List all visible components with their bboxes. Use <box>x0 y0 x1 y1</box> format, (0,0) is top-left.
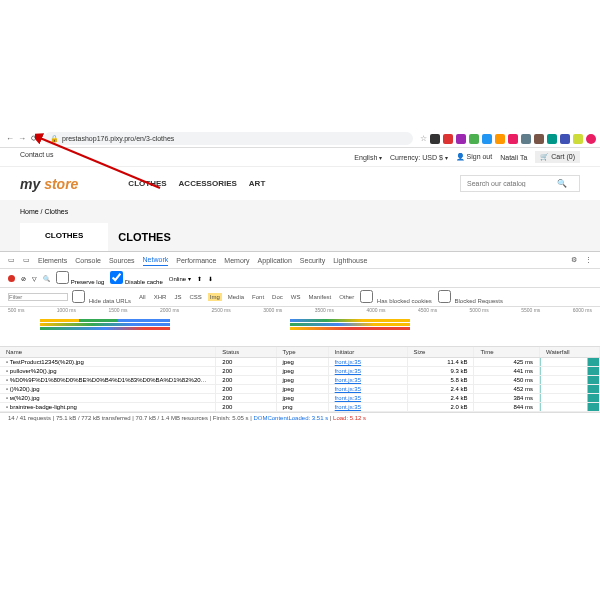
gear-icon[interactable]: ⚙ <box>571 254 577 266</box>
filter-icon[interactable]: ▽ <box>32 275 37 282</box>
back-button[interactable]: ← <box>4 133 16 145</box>
dt-tab-elements[interactable]: Elements <box>38 255 67 266</box>
dt-tab-sources[interactable]: Sources <box>109 255 135 266</box>
dt-tab-memory[interactable]: Memory <box>224 255 249 266</box>
user-link[interactable]: Natali Ta <box>500 154 527 161</box>
page-heading: CLOTHES <box>118 223 171 251</box>
search-box[interactable]: 🔍 <box>460 175 580 192</box>
url-text: prestashop176.pixy.pro/en/3-clothes <box>62 135 174 142</box>
main-nav: CLOTHES ACCESSORIES ART <box>128 179 265 188</box>
devtools-panel: ▭ ▭ Elements Console Sources Network Per… <box>0 251 600 423</box>
search-net-icon[interactable]: 🔍 <box>43 275 50 282</box>
disable-cache-checkbox[interactable]: Disable cache <box>110 271 162 285</box>
cart-button[interactable]: 🛒 Cart (0) <box>535 151 580 163</box>
table-row[interactable]: ▫ braintree-badge-light.png200pngfront.j… <box>0 403 600 412</box>
signout-link[interactable]: 👤 Sign out <box>456 153 493 161</box>
network-table: NameStatusTypeInitiatorSizeTimeWaterfall… <box>0 347 600 412</box>
table-row[interactable]: ▫ м(%20).jpg200jpegfront.js:352.4 kB384 … <box>0 394 600 403</box>
nav-clothes[interactable]: CLOTHES <box>128 179 166 188</box>
network-summary: 14 / 41 requests | 75.1 kB / 772 kB tran… <box>0 412 600 423</box>
forward-button[interactable]: → <box>16 133 28 145</box>
preserve-log-checkbox[interactable]: Preserve log <box>56 271 104 285</box>
device-icon[interactable]: ▭ <box>23 254 30 266</box>
dt-tab-performance[interactable]: Performance <box>176 255 216 266</box>
contact-link[interactable]: Contact us <box>20 151 53 163</box>
dt-tab-network[interactable]: Network <box>143 254 169 266</box>
lock-icon: 🔒 <box>50 135 59 143</box>
search-input[interactable] <box>467 180 557 187</box>
nav-art[interactable]: ART <box>249 179 265 188</box>
filter-input[interactable] <box>8 293 68 301</box>
table-row[interactable]: ▫ pullover%20().jpg200jpegfront.js:359.3… <box>0 367 600 376</box>
dt-tab-application[interactable]: Application <box>258 255 292 266</box>
table-row[interactable]: ▫ TestProduct12345(%20).jpg200jpegfront.… <box>0 358 600 367</box>
network-timeline[interactable]: 500 ms1000 ms1500 ms2000 ms2500 ms3000 m… <box>0 307 600 347</box>
clear-icon[interactable]: ⊘ <box>21 275 26 282</box>
dt-tab-lighthouse[interactable]: Lighthouse <box>333 255 367 266</box>
upload-icon[interactable]: ⬆ <box>197 275 202 282</box>
currency-select[interactable]: USD $ <box>422 154 447 161</box>
tab-clothes[interactable]: CLOTHES <box>20 223 108 251</box>
download-icon[interactable]: ⬇ <box>208 275 213 282</box>
breadcrumb: Home / Clothes <box>0 200 600 223</box>
dt-tab-security[interactable]: Security <box>300 255 325 266</box>
table-row[interactable]: ▫ ()%20().jpg200jpegfront.js:352.4 kB452… <box>0 385 600 394</box>
table-row[interactable]: ▫ %D0%9F%D1%80%D0%BE%D0%B4%D1%83%D0%BA%D… <box>0 376 600 385</box>
extension-icons <box>430 134 596 144</box>
nav-accessories[interactable]: ACCESSORIES <box>179 179 237 188</box>
inspect-icon[interactable]: ▭ <box>8 254 15 266</box>
logo[interactable]: my store <box>20 176 78 192</box>
dt-tab-console[interactable]: Console <box>75 255 101 266</box>
record-button[interactable] <box>8 275 15 282</box>
language-select[interactable]: English <box>354 154 382 161</box>
address-bar[interactable]: 🔒 prestashop176.pixy.pro/en/3-clothes <box>44 132 413 145</box>
throttle-select[interactable]: Online <box>169 275 191 282</box>
more-icon[interactable]: ⋮ <box>585 254 592 266</box>
search-icon[interactable]: 🔍 <box>557 179 567 188</box>
reload-button[interactable]: ⟳ <box>28 133 40 145</box>
star-icon[interactable]: ☆ <box>420 134 427 143</box>
